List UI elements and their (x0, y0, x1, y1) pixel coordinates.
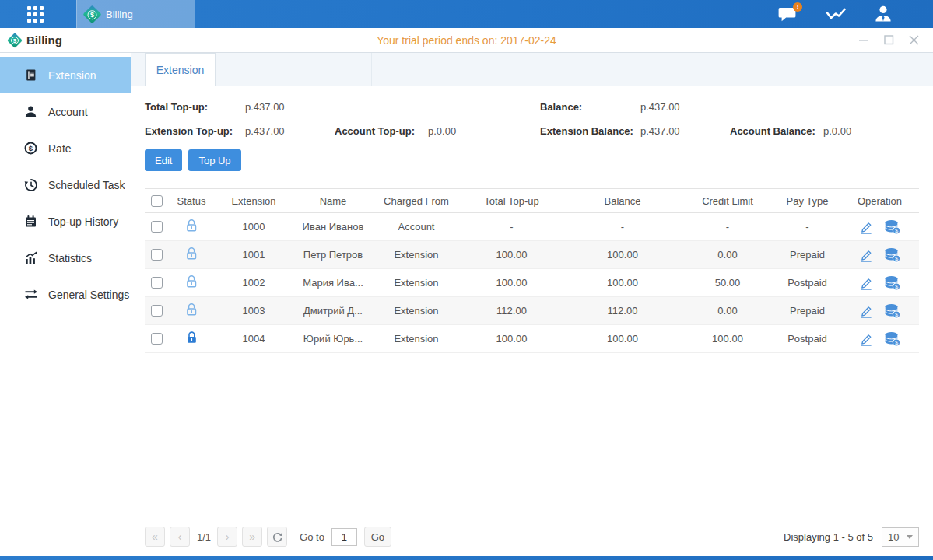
topup-coins-icon[interactable]: $ (884, 219, 901, 235)
select-all-checkbox[interactable] (151, 195, 163, 207)
cell-credit-limit: - (681, 213, 774, 241)
stats-icon (23, 251, 38, 264)
sidebar-item-label: General Settings (48, 289, 129, 301)
locked-icon[interactable] (185, 331, 198, 345)
user-icon[interactable] (874, 5, 893, 23)
cell-total-topup: 100.00 (459, 241, 564, 269)
row-checkbox[interactable] (151, 221, 163, 233)
goto-page-input[interactable] (331, 528, 357, 546)
unlocked-icon[interactable] (185, 247, 198, 261)
col-pay-type: Pay Type (774, 189, 840, 213)
sidebar: Extension Account $ Rate Scheduled Task … (0, 53, 131, 556)
cell-extension: 1001 (215, 241, 293, 269)
sidebar-item-statistics[interactable]: Statistics (0, 240, 131, 276)
col-charged-from: Charged From (374, 189, 459, 213)
sidebar-item-rate[interactable]: $ Rate (0, 130, 131, 166)
sliders-icon (23, 289, 38, 300)
caret-down-icon (907, 535, 913, 539)
row-checkbox[interactable] (151, 305, 163, 317)
sidebar-item-scheduled-task[interactable]: Scheduled Task (0, 166, 131, 203)
sidebar-item-topup-history[interactable]: Top-up History (0, 203, 131, 240)
cell-extension: 1004 (215, 325, 293, 353)
edit-icon[interactable] (858, 247, 873, 262)
edit-icon[interactable] (858, 275, 873, 290)
cell-total-topup: - (459, 213, 564, 241)
sidebar-item-account[interactable]: Account (0, 93, 131, 130)
top-up-button[interactable]: Top Up (188, 149, 240, 171)
svg-text:$: $ (29, 144, 33, 152)
cell-name: Петр Петров (293, 241, 374, 269)
edit-icon[interactable] (858, 303, 873, 318)
tab-extension[interactable]: Extension (145, 53, 216, 86)
cell-credit-limit: 100.00 (681, 325, 774, 353)
monitor-chart-icon[interactable] (826, 6, 846, 23)
unlocked-icon[interactable] (185, 303, 198, 317)
page-indicator: 1/1 (197, 531, 211, 543)
minimize-icon[interactable] (859, 35, 869, 45)
total-topup-label: Total Top-up: (145, 101, 245, 113)
cell-credit-limit: 50.00 (681, 269, 774, 297)
col-credit-limit: Credit Limit (681, 189, 774, 213)
cell-name: Мария Ива... (293, 269, 374, 297)
edit-button[interactable]: Edit (145, 149, 182, 171)
topup-coins-icon[interactable]: $ (884, 331, 901, 347)
maximize-icon[interactable] (884, 35, 894, 45)
goto-label: Go to (300, 531, 324, 543)
trial-message: Your trial period ends on: 2017-02-24 (0, 34, 933, 47)
taskbar-item-billing[interactable]: $ Billing (76, 0, 195, 28)
extension-table-body: 1000Иван ИвановAccount----$1001Петр Петр… (145, 213, 919, 353)
cell-total-topup: 100.00 (459, 269, 564, 297)
col-total-topup: Total Top-up (459, 189, 564, 213)
sidebar-item-label: Account (48, 106, 88, 118)
app-launcher-grid-icon[interactable] (27, 6, 44, 23)
displaying-text: Displaying 1 - 5 of 5 (784, 531, 873, 543)
cell-balance: 100.00 (564, 269, 681, 297)
page-size-value: 10 (888, 531, 899, 543)
table-row: 1003Дмитрий Д...Extension112.00112.000.0… (145, 297, 919, 325)
topup-coins-icon[interactable]: $ (884, 275, 901, 291)
person-icon (23, 105, 38, 118)
cell-name: Иван Иванов (293, 213, 374, 241)
row-checkbox[interactable] (151, 333, 163, 345)
refresh-icon[interactable] (267, 527, 287, 547)
summary-panel: Total Top-up: p.437.00 Extension Top-up:… (145, 99, 919, 138)
chat-icon[interactable]: ! (778, 5, 798, 23)
history-clock-icon (23, 178, 38, 192)
unlocked-icon[interactable] (185, 275, 198, 289)
window-title-bar: $ Billing Your trial period ends on: 201… (0, 28, 933, 53)
sidebar-item-extension[interactable]: Extension (0, 57, 131, 93)
edit-icon[interactable] (858, 219, 873, 234)
account-balance-label: Account Balance: (730, 125, 823, 137)
extension-table: Status Extension Name Charged From Total… (145, 188, 919, 353)
row-checkbox[interactable] (151, 249, 163, 261)
cell-charged-from: Extension (374, 241, 459, 269)
cell-pay-type: Postpaid (774, 269, 840, 297)
edit-icon[interactable] (858, 331, 873, 346)
sidebar-item-general-settings[interactable]: General Settings (0, 276, 131, 313)
cell-pay-type: Prepaid (774, 297, 840, 325)
cell-charged-from: Extension (374, 297, 459, 325)
pagination-next-button[interactable]: › (217, 527, 237, 547)
extension-balance-value: p.437.00 (640, 125, 730, 137)
row-checkbox[interactable] (151, 277, 163, 289)
notification-badge: ! (793, 2, 802, 12)
ledger-icon (23, 68, 38, 82)
page-title: Billing (26, 33, 62, 47)
topup-coins-icon[interactable]: $ (884, 303, 901, 319)
col-balance: Balance (564, 189, 681, 213)
go-button[interactable]: Go (364, 527, 391, 547)
extension-topup-label: Extension Top-up: (145, 125, 245, 137)
cell-pay-type: - (774, 213, 840, 241)
sidebar-item-label: Top-up History (48, 215, 118, 228)
pagination-last-button[interactable]: » (242, 527, 262, 547)
sidebar-item-label: Scheduled Task (48, 179, 125, 191)
page-size-select[interactable]: 10 (882, 527, 919, 547)
pagination-prev-button[interactable]: ‹ (170, 527, 190, 547)
pagination-first-button[interactable]: « (145, 527, 165, 547)
topup-coins-icon[interactable]: $ (884, 247, 901, 263)
close-icon[interactable] (909, 35, 919, 45)
cell-balance: 100.00 (564, 325, 681, 353)
balance-label: Balance: (540, 101, 640, 113)
unlocked-icon[interactable] (185, 219, 198, 233)
billing-diamond-icon: $ (82, 5, 101, 23)
